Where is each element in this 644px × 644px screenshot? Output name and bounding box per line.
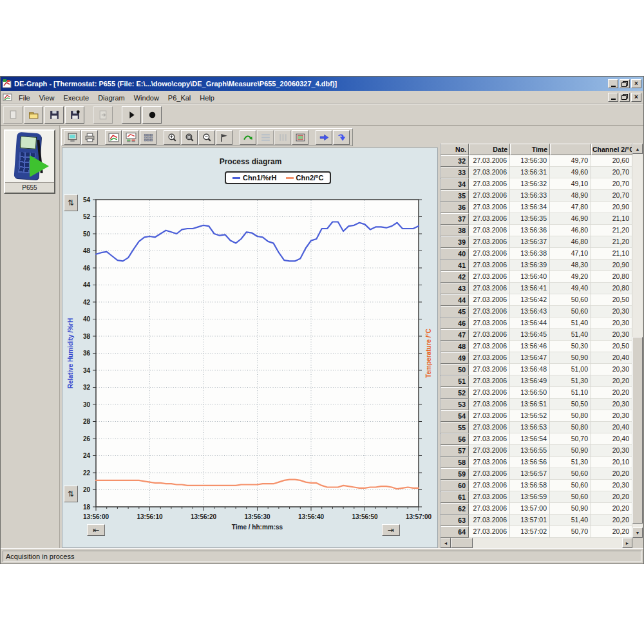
open-file-button[interactable] (24, 106, 43, 124)
save-file-button[interactable] (44, 106, 64, 124)
table-row[interactable]: 6027.03.200613:56:5850,6020,30 (440, 480, 632, 491)
start-measurement-button[interactable] (122, 106, 141, 124)
scroll-down-button[interactable]: ▼ (632, 527, 643, 538)
device-button-p655[interactable]: P655 (4, 129, 55, 194)
table-row[interactable]: 5727.03.200613:56:5550,9020,30 (440, 445, 632, 457)
table-row[interactable]: 4927.03.200613:56:4750,9020,40 (440, 352, 632, 364)
table-row[interactable]: 6427.03.200613:57:0250,7020,20 (440, 526, 632, 538)
row-number-cell[interactable]: 62 (440, 503, 469, 515)
column-header-channel-2-c[interactable]: Channel 2/°C (591, 144, 632, 155)
x-axis-pan-left-button[interactable]: ⇤ (87, 524, 105, 536)
mdi-minimize-button[interactable] (608, 93, 618, 102)
menu-p6_kal[interactable]: P6_Kal (164, 93, 195, 103)
row-number-cell[interactable]: 46 (440, 317, 469, 329)
view-window-button[interactable] (292, 130, 308, 145)
row-number-cell[interactable]: 35 (440, 190, 469, 202)
row-number-cell[interactable]: 58 (440, 457, 469, 468)
mdi-restore-button[interactable] (620, 93, 630, 102)
cursor-mode-button[interactable] (216, 130, 232, 145)
show-diagram-button[interactable] (105, 130, 122, 145)
table-row[interactable]: 5527.03.200613:56:5350,8020,40 (440, 422, 632, 433)
row-number-cell[interactable]: 40 (440, 248, 469, 260)
show-diagram-table-button[interactable] (122, 130, 139, 145)
show-table-button[interactable] (140, 130, 156, 145)
menu-help[interactable]: Help (195, 93, 219, 103)
table-row[interactable]: 3727.03.200613:56:3546,9021,10 (440, 213, 632, 225)
column-header-channel-1[interactable] (550, 144, 591, 155)
row-number-cell[interactable]: 64 (440, 526, 469, 538)
table-row[interactable]: 4227.03.200613:56:4049,2020,80 (440, 271, 632, 283)
row-number-cell[interactable]: 44 (440, 294, 469, 306)
table-row[interactable]: 4727.03.200613:56:4551,4020,30 (440, 329, 632, 341)
save-config-button[interactable] (65, 106, 84, 124)
vertical-scroll-thumb[interactable] (632, 337, 643, 524)
row-number-cell[interactable]: 34 (440, 178, 469, 190)
row-number-cell[interactable]: 57 (440, 445, 469, 457)
table-horizontal-scrollbar[interactable]: ◄ ► (440, 538, 632, 548)
table-row[interactable]: 4627.03.200613:56:4451,4020,30 (440, 317, 632, 329)
table-row[interactable]: 4327.03.200613:56:4149,4020,80 (440, 283, 632, 294)
table-row[interactable]: 3827.03.200613:56:3646,8021,20 (440, 225, 632, 236)
show-monitor-button[interactable] (64, 130, 80, 145)
row-number-cell[interactable]: 38 (440, 225, 469, 236)
row-number-cell[interactable]: 36 (440, 202, 469, 213)
table-row[interactable]: 5627.03.200613:56:5450,7020,40 (440, 433, 632, 445)
table-row[interactable]: 5927.03.200613:56:5750,6020,20 (440, 468, 632, 480)
row-number-cell[interactable]: 54 (440, 410, 469, 422)
row-number-cell[interactable]: 51 (440, 375, 469, 387)
row-number-cell[interactable]: 50 (440, 364, 469, 375)
row-number-cell[interactable]: 48 (440, 341, 469, 352)
zoom-out-button[interactable] (198, 130, 215, 145)
table-row[interactable]: 3327.03.200613:56:3149,6020,70 (440, 167, 632, 178)
table-row[interactable]: 5027.03.200613:56:4851,0020,30 (440, 364, 632, 375)
table-row[interactable]: 4827.03.200613:56:4650,3020,50 (440, 341, 632, 352)
row-number-cell[interactable]: 52 (440, 387, 469, 399)
table-row[interactable]: 3427.03.200613:56:3249,1020,70 (440, 178, 632, 190)
step-forward-button[interactable] (316, 130, 332, 145)
table-row[interactable]: 3627.03.200613:56:3447,8020,90 (440, 202, 632, 213)
row-number-cell[interactable]: 49 (440, 352, 469, 364)
close-button[interactable]: × (631, 79, 641, 88)
y-axis-scroll-up-button[interactable]: ⇅ (64, 194, 78, 211)
row-number-cell[interactable]: 47 (440, 329, 469, 341)
row-number-cell[interactable]: 60 (440, 480, 469, 491)
row-number-cell[interactable]: 55 (440, 422, 469, 433)
table-row[interactable]: 6127.03.200613:56:5950,6020,20 (440, 491, 632, 503)
print-button[interactable] (81, 130, 98, 145)
restore-button[interactable] (620, 79, 630, 88)
menu-file[interactable]: File (14, 93, 35, 103)
row-number-cell[interactable]: 41 (440, 260, 469, 271)
row-number-cell[interactable]: 45 (440, 306, 469, 317)
scroll-left-button[interactable]: ◄ (440, 538, 451, 548)
row-number-cell[interactable]: 63 (440, 515, 469, 526)
table-row[interactable]: 3527.03.200613:56:3348,9020,70 (440, 190, 632, 202)
record-measurement-button[interactable] (142, 106, 162, 124)
y-axis-scroll-down-button[interactable]: ⇅ (64, 486, 78, 502)
table-row[interactable]: 4127.03.200613:56:3948,3020,90 (440, 260, 632, 271)
table-row[interactable]: 3227.03.200613:56:3049,7020,60 (440, 155, 632, 167)
row-number-cell[interactable]: 59 (440, 468, 469, 480)
table-row[interactable]: 5827.03.200613:56:5651,3020,10 (440, 457, 632, 468)
zoom-window-button[interactable] (181, 130, 198, 145)
table-row[interactable]: 4527.03.200613:56:4350,6020,30 (440, 306, 632, 317)
row-number-cell[interactable]: 56 (440, 433, 469, 445)
table-row[interactable]: 4427.03.200613:56:4250,6020,50 (440, 294, 632, 306)
row-number-cell[interactable]: 33 (440, 167, 469, 178)
zoom-in-button[interactable] (164, 130, 180, 145)
menu-diagram[interactable]: Diagram (93, 93, 129, 103)
scroll-up-button[interactable]: ▲ (632, 144, 643, 154)
column-header-date[interactable]: Date (469, 144, 510, 155)
table-row[interactable]: 6227.03.200613:57:0050,9020,20 (440, 503, 632, 515)
column-header-time[interactable]: Time (510, 144, 550, 155)
table-row[interactable]: 6327.03.200613:57:0151,4020,20 (440, 515, 632, 526)
table-row[interactable]: 4027.03.200613:56:3847,1021,10 (440, 248, 632, 260)
table-row[interactable]: 5127.03.200613:56:4951,3020,20 (440, 375, 632, 387)
table-row[interactable]: 5227.03.200613:56:5051,1020,20 (440, 387, 632, 399)
column-header-no-[interactable]: No. (440, 144, 469, 155)
minimize-button[interactable] (608, 79, 618, 88)
row-number-cell[interactable]: 32 (440, 155, 469, 167)
row-number-cell[interactable]: 37 (440, 213, 469, 225)
menu-view[interactable]: View (35, 93, 59, 103)
row-number-cell[interactable]: 53 (440, 399, 469, 410)
table-vertical-scrollbar[interactable]: ▲ ▼ (632, 144, 643, 538)
